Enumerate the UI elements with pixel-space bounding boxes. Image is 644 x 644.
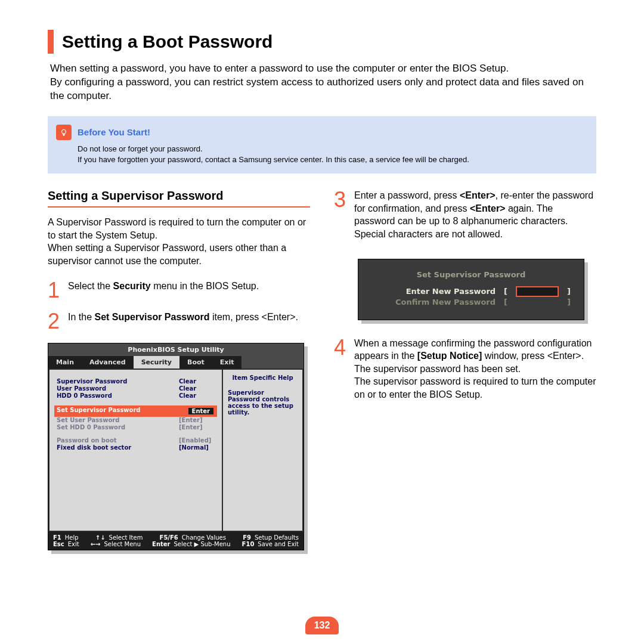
- password-field: [516, 286, 559, 297]
- bios-tab: Main: [48, 356, 82, 369]
- step-number: 1: [48, 280, 68, 301]
- step-number: 3: [334, 189, 354, 240]
- tip-line: Do not lose or forget your password.: [78, 144, 587, 154]
- tip-callout: Before You Start! Do not lose or forget …: [48, 116, 596, 174]
- bios-help-title: Item Specific Help: [228, 374, 298, 381]
- bios-tab: Advanced: [82, 356, 134, 369]
- bios-row-highlighted: Set Supervisor Password Enter: [55, 407, 216, 416]
- bios-help-text: Supervisor Password controls access to t…: [228, 389, 298, 416]
- step-text: Enter a password, press <Enter>, re-ente…: [354, 189, 596, 240]
- tip-line: If you have forgotten your password, con…: [78, 154, 587, 165]
- bios-screenshot: PhoenixBIOS Setup Utility Main Advanced …: [48, 343, 304, 550]
- page-title: Setting a Boot Password: [62, 32, 273, 52]
- step-text: Select the Security menu in the BIOS Set…: [68, 280, 259, 301]
- dialog-label: Confirm New Password: [395, 298, 496, 306]
- accent-bar: [48, 30, 54, 54]
- tip-title: Before You Start!: [78, 127, 150, 137]
- page-number: 132: [305, 617, 339, 634]
- section-rule: [48, 206, 310, 208]
- password-field: [516, 297, 559, 308]
- dialog-label: Enter New Password: [406, 287, 496, 296]
- bios-tab: Exit: [212, 356, 242, 369]
- bios-tab-active: Security: [134, 356, 179, 369]
- bios-title: PhoenixBIOS Setup Utility: [48, 343, 304, 356]
- bios-tabs: Main Advanced Security Boot Exit: [48, 356, 304, 369]
- section-head: Setting a Supervisor Password: [48, 189, 310, 203]
- lightbulb-icon: [56, 125, 72, 140]
- password-dialog: Set Supervisor Password Enter New Passwo…: [358, 259, 584, 320]
- step-text: In the Set Supervisor Password item, pre…: [68, 311, 298, 332]
- dialog-title: Set Supervisor Password: [371, 270, 571, 279]
- step-text: When a message confirming the password c…: [354, 337, 596, 401]
- section-para: A Supervisor Password is required to tur…: [48, 216, 310, 267]
- bios-tab: Boot: [179, 356, 212, 369]
- step-number: 2: [48, 311, 68, 332]
- bios-footer: F1Help ↑↓Select Item F5/F6Change Values …: [48, 532, 304, 550]
- svg-point-0: [62, 129, 66, 134]
- step-number: 4: [334, 337, 354, 401]
- intro-text: When setting a password, you have to ent…: [48, 62, 596, 103]
